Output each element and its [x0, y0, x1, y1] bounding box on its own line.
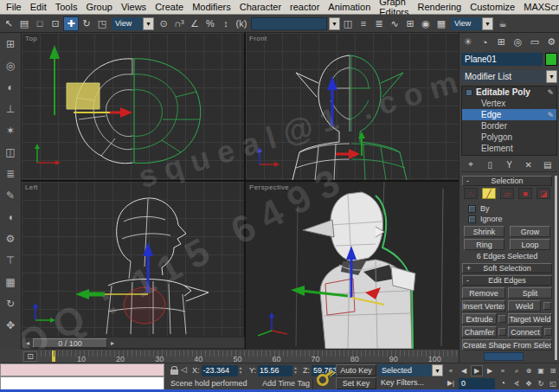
quick-render-teapot-icon[interactable]: ☕: [495, 16, 511, 31]
selection-rollout-header[interactable]: - Selection: [462, 176, 552, 186]
tab-hierarchy[interactable]: ⊞: [494, 35, 509, 49]
keyboard-override-icon[interactable]: (k): [234, 16, 249, 31]
menu-item[interactable]: File: [2, 1, 26, 13]
spinner-snap-icon[interactable]: ↕: [218, 16, 234, 31]
maxscript-mini-listener-input[interactable]: [0, 376, 164, 390]
make-unique-icon[interactable]: Y: [501, 158, 517, 171]
pin-stack-icon[interactable]: ⌖: [463, 158, 479, 171]
element-mode-icon[interactable]: ◪: [537, 188, 550, 199]
add-time-tag-button[interactable]: Add Time Tag: [260, 378, 313, 390]
select-by-name-icon[interactable]: ▤: [16, 16, 32, 31]
anchor-icon[interactable]: ⊥: [3, 101, 19, 116]
min-max-toggle-icon[interactable]: ◱: [547, 378, 559, 389]
object-name-field[interactable]: Plane01: [461, 53, 543, 66]
time-slider-handle[interactable]: 0 / 100: [33, 338, 107, 348]
menu-item[interactable]: Character: [235, 1, 286, 13]
absolute-offset-mode-icon[interactable]: ◁: [181, 365, 191, 374]
horn-icon[interactable]: ◖: [3, 209, 19, 224]
spiral-icon[interactable]: ↻: [3, 296, 19, 311]
viewport-top-label[interactable]: Top: [25, 35, 37, 42]
selection-lock-icon[interactable]: [170, 370, 178, 375]
modifier-stack-item[interactable]: Editable Poly ✎: [462, 87, 556, 98]
configure-modifier-sets-icon[interactable]: ▤: [540, 158, 556, 171]
reference-coordinate-dropdown[interactable]: View ▼: [112, 17, 154, 30]
boxes-icon[interactable]: ⊞: [3, 36, 19, 51]
auto-key-button[interactable]: Auto Key: [336, 364, 376, 376]
extrude-button[interactable]: Extrude: [462, 313, 497, 325]
edge-mode-icon[interactable]: ╱: [482, 188, 496, 199]
connect-settings-button[interactable]: [544, 328, 552, 336]
select-and-scale-icon[interactable]: ◳: [94, 16, 110, 31]
select-and-rotate-icon[interactable]: ↻: [79, 16, 94, 31]
time-slider-prev-icon[interactable]: ◂: [22, 339, 33, 347]
open-mini-curve-editor-icon[interactable]: ⊡: [23, 351, 37, 362]
window-icon[interactable]: ◫: [3, 145, 19, 159]
key-mode-toggle-icon[interactable]: ▶|: [445, 378, 457, 389]
curve-editor-icon[interactable]: ∿: [387, 16, 402, 31]
menu-item[interactable]: Edit: [26, 1, 51, 13]
weld-button[interactable]: Weld: [508, 300, 541, 312]
stack-icon[interactable]: ≣: [3, 166, 19, 181]
modifier-stack-item[interactable]: Element ✎: [462, 143, 556, 154]
star-icon[interactable]: ✶: [3, 123, 19, 138]
select-and-move-icon[interactable]: ✚: [63, 16, 79, 31]
snap-toggle-icon[interactable]: ∩³: [171, 16, 187, 31]
viewport-front-label[interactable]: Front: [249, 35, 267, 42]
menu-item[interactable]: Rendering: [413, 1, 466, 13]
previous-frame-icon[interactable]: ◀: [458, 365, 470, 376]
current-frame-field[interactable]: 0: [459, 378, 495, 389]
menu-item[interactable]: Group: [81, 1, 117, 13]
tab-motion[interactable]: ◎: [511, 35, 525, 49]
next-frame-icon[interactable]: ▶: [484, 365, 496, 376]
x-spinner[interactable]: ▲▼: [238, 365, 244, 376]
hammer-icon[interactable]: ⊤: [3, 253, 19, 267]
mirror-icon[interactable]: ◫: [340, 16, 356, 31]
render-setup-icon[interactable]: ▦: [434, 16, 449, 31]
extrude-settings-button[interactable]: [498, 315, 506, 323]
schematic-view-icon[interactable]: ⊞: [402, 16, 418, 31]
field-of-view-icon[interactable]: ∢: [511, 378, 523, 389]
by-vertex-checkbox[interactable]: [468, 205, 476, 213]
material-editor-icon[interactable]: ◉: [418, 16, 434, 31]
go-to-start-icon[interactable]: «: [445, 365, 457, 376]
edit-edges-rollout-header[interactable]: - Edit Edges: [462, 275, 552, 286]
target-weld-button[interactable]: Target Weld: [508, 313, 552, 325]
viewport-perspective[interactable]: Perspective: [246, 182, 459, 349]
tab-modify[interactable]: ◔: [477, 35, 492, 49]
track-bar[interactable]: ⊡ 102030405060708090100: [22, 349, 459, 363]
chamfer-button[interactable]: Chamfer: [462, 326, 497, 337]
menu-item[interactable]: Modifiers: [188, 1, 235, 13]
modifier-stack-item[interactable]: Polygon ✎: [462, 132, 556, 143]
show-end-result-icon[interactable]: ▯: [482, 158, 498, 171]
object-color-swatch[interactable]: [545, 53, 557, 66]
remove-modifier-icon[interactable]: ✕: [521, 158, 537, 171]
percent-snap-icon[interactable]: %: [202, 16, 218, 31]
net-icon[interactable]: ▦: [3, 274, 19, 289]
rings-icon[interactable]: ◎: [3, 58, 19, 73]
menu-item[interactable]: Tools: [51, 1, 82, 13]
viewport-front[interactable]: Front: [246, 33, 459, 180]
pencil-icon[interactable]: ✎: [3, 188, 19, 202]
tab-utilities[interactable]: ⚙: [544, 35, 559, 49]
select-object-icon[interactable]: ↖: [1, 16, 16, 31]
remove-button[interactable]: Remove: [462, 287, 505, 299]
modifier-stack-item[interactable]: Vertex ✎: [462, 98, 556, 109]
maxscript-mini-listener-macro[interactable]: [0, 363, 164, 376]
zoom-extents-icon[interactable]: ▣: [535, 365, 547, 376]
time-slider-next-icon[interactable]: ▸: [107, 339, 118, 347]
layer-manager-icon[interactable]: ≣: [371, 16, 387, 31]
crossing-selection-icon[interactable]: ⊡: [48, 16, 63, 31]
render-type-dropdown[interactable]: View ▼: [451, 17, 493, 30]
menu-item[interactable]: reactor: [286, 1, 324, 13]
insert-vertex-button[interactable]: Insert Vertex: [462, 300, 505, 312]
time-configuration-icon[interactable]: ◔: [497, 378, 509, 389]
zoom-extents-all-icon[interactable]: ⊞: [547, 365, 559, 376]
zoom-icon[interactable]: ⌕: [511, 365, 523, 376]
hand-icon[interactable]: ✥: [3, 318, 19, 332]
time-slider[interactable]: ◂ 0 / 100 ▸: [22, 337, 245, 349]
y-spinner[interactable]: ▲▼: [292, 365, 299, 376]
viewport-top[interactable]: Top: [22, 33, 244, 180]
modifier-stack-item[interactable]: Edge ✎: [462, 109, 556, 120]
grow-button[interactable]: Grow: [510, 226, 550, 237]
play-animation-icon[interactable]: ▶: [471, 365, 483, 376]
